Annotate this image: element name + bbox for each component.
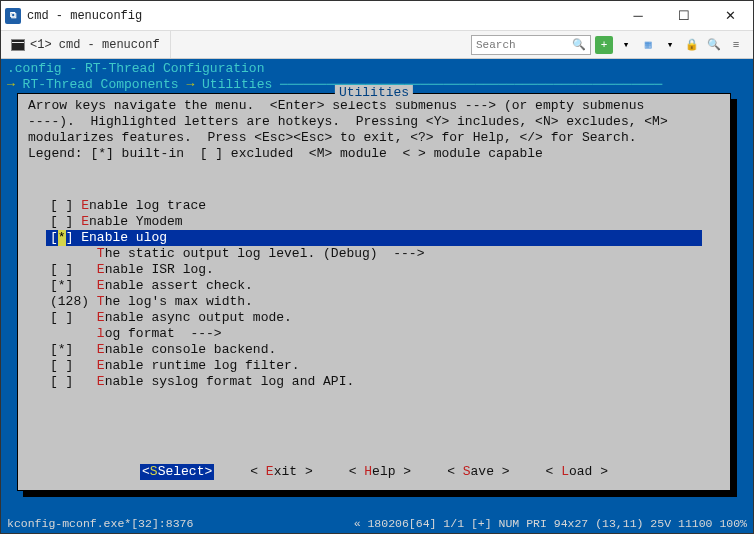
menu-item-4[interactable]: [ ] Enable ISR log. bbox=[46, 262, 702, 278]
menu-item-0[interactable]: [ ] Enable log trace bbox=[46, 198, 702, 214]
select-button[interactable]: <SSelect> bbox=[140, 464, 214, 480]
dropdown-button[interactable]: ▾ bbox=[617, 36, 635, 54]
menu-item-1[interactable]: [ ] Enable Ymodem bbox=[46, 214, 702, 230]
save-button[interactable]: < Save > bbox=[447, 464, 509, 480]
menu-item-5[interactable]: [*] Enable assert check. bbox=[46, 278, 702, 294]
close-button[interactable]: ✕ bbox=[707, 1, 753, 31]
menu-item-10[interactable]: [ ] Enable runtime log filter. bbox=[46, 358, 702, 374]
zoom-icon[interactable]: 🔍 bbox=[705, 36, 723, 54]
tab-cmd[interactable]: <1> cmd - menuconf bbox=[1, 31, 171, 58]
terminal: .config - RT-Thread Configuration → RT-T… bbox=[1, 59, 753, 513]
status-right: « 180206[64] 1/1 [+] NUM PRI 94x27 (13,1… bbox=[354, 517, 747, 530]
box-title: Utilities bbox=[335, 85, 413, 101]
tabbar: <1> cmd - menuconf Search 🔍 + ▾ ▦ ▾ 🔒 🔍 … bbox=[1, 31, 753, 59]
terminal-icon bbox=[11, 39, 25, 51]
new-tab-button[interactable]: + bbox=[595, 36, 613, 54]
dropdown2-button[interactable]: ▾ bbox=[661, 36, 679, 54]
search-input[interactable]: Search 🔍 bbox=[471, 35, 591, 55]
search-icon: 🔍 bbox=[572, 38, 586, 51]
window-title: cmd - menuconfig bbox=[27, 9, 615, 23]
menu-item-2[interactable]: [*] Enable ulog bbox=[46, 230, 702, 246]
app-icon: ⧉ bbox=[5, 8, 21, 24]
load-button[interactable]: < Load > bbox=[546, 464, 608, 480]
minimize-button[interactable]: ─ bbox=[615, 1, 661, 31]
menu-item-8[interactable]: log format ---> bbox=[46, 326, 702, 342]
menu-box: Utilities Arrow keys navigate the menu. … bbox=[17, 93, 731, 491]
menu-item-7[interactable]: [ ] Enable async output mode. bbox=[46, 310, 702, 326]
arrow-icon: → bbox=[7, 77, 23, 92]
tab-label: <1> cmd - menuconf bbox=[30, 38, 160, 52]
status-left: kconfig-mconf.exe*[32]:8376 bbox=[7, 517, 193, 530]
titlebar: ⧉ cmd - menuconfig ─ ☐ ✕ bbox=[1, 1, 753, 31]
menu-item-6[interactable]: (128) The log's max width. bbox=[46, 294, 702, 310]
grid-button[interactable]: ▦ bbox=[639, 36, 657, 54]
menu-button[interactable]: ≡ bbox=[727, 36, 745, 54]
help-button[interactable]: < Help > bbox=[349, 464, 411, 480]
lock-icon[interactable]: 🔒 bbox=[683, 36, 701, 54]
exit-button[interactable]: < Exit > bbox=[250, 464, 312, 480]
maximize-button[interactable]: ☐ bbox=[661, 1, 707, 31]
config-line1: .config - RT-Thread Configuration bbox=[7, 61, 747, 77]
menu-item-9[interactable]: [*] Enable console backend. bbox=[46, 342, 702, 358]
menu-list: [ ] Enable log trace[ ] Enable Ymodem[*]… bbox=[46, 198, 702, 446]
menu-item-3[interactable]: The static output log level. (Debug) ---… bbox=[46, 246, 702, 262]
statusbar: kconfig-mconf.exe*[32]:8376 « 180206[64]… bbox=[1, 513, 753, 533]
button-row: <SSelect> < Exit > < Help > < Save > < L… bbox=[18, 464, 730, 480]
breadcrumb-1: RT-Thread Components bbox=[23, 77, 179, 92]
search-placeholder: Search bbox=[476, 39, 516, 51]
breadcrumb-2: Utilities bbox=[202, 77, 272, 92]
arrow-icon: → bbox=[186, 77, 202, 92]
menu-item-11[interactable]: [ ] Enable syslog format log and API. bbox=[46, 374, 702, 390]
help-text: Arrow keys navigate the menu. <Enter> se… bbox=[18, 94, 730, 168]
